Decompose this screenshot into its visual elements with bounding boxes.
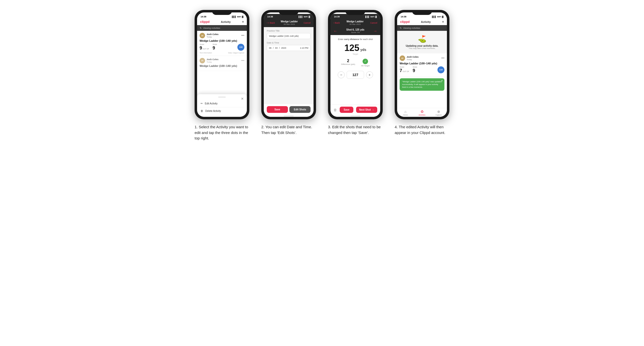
activity-card-4[interactable]: JC Josh Coles Today ••• Wedge Ladder (10…	[397, 53, 447, 77]
capture-nav-label: Capture	[436, 114, 442, 116]
card-user-1: JC Josh Coles Today	[200, 33, 218, 38]
cancel-btn-3[interactable]: Cancel	[370, 22, 377, 24]
time-value: 1:13 PM	[300, 47, 308, 49]
delete-activity-item[interactable]: 🗑 Delete Activity	[200, 107, 244, 114]
hit-target-label: Hit Target	[361, 65, 370, 67]
shot-instruction: Enter carry distance for each shot	[338, 38, 373, 40]
caption-3: 3. Edit the shots that need to be change…	[328, 124, 383, 136]
shot-content: Enter carry distance for each shot 125 y…	[330, 35, 380, 104]
back-btn-2[interactable]: ‹ < Back	[267, 22, 275, 24]
battery-icon-1: ▓	[242, 16, 243, 18]
increment-btn[interactable]: +	[366, 71, 373, 78]
phone-1-screen: 14:38 ▌▌▌ WiFi ▓ clippd Activity ≡ ⇅	[197, 12, 247, 117]
phone-3-screen: 14:39 ▌▌▌ WiFi ▓ ‹ Back Wedge Ladder 06 …	[330, 12, 380, 117]
stats-row-4: Score 7 OUT OF Shots 9 118	[400, 66, 444, 74]
context-drawer: ✕ ✏ Edit Activity 🗑 Delete Activity	[197, 94, 247, 117]
back-btn-3[interactable]: ‹ Back	[334, 22, 340, 24]
phone-notch-1	[212, 10, 232, 15]
shot-target-label: Target	[352, 53, 358, 55]
viewing-label-1: Viewing Activities	[203, 27, 220, 29]
avatar-4: JC	[400, 55, 405, 61]
drawer-close-btn[interactable]: ✕	[241, 97, 244, 101]
three-dots-4[interactable]: •••	[441, 56, 444, 60]
viewing-bar-1: ⇅ Viewing Activities	[197, 25, 247, 31]
toast-close-btn[interactable]: ✕	[441, 79, 443, 82]
three-dots-2[interactable]: •••	[241, 59, 244, 62]
time-2: 14:38	[267, 15, 273, 18]
prev-shot-arrow[interactable]: ←	[334, 29, 338, 33]
next-shot-arrow-nav[interactable]: →	[373, 29, 377, 33]
menu-icon-1[interactable]: ≡	[242, 20, 244, 24]
phone-4: 14:38 ▌▌▌ WiFi ▓ clippd Activity ≡ ⇅ Vie…	[395, 10, 450, 119]
year-value: 2023	[281, 47, 286, 49]
nav-center-sub-3: 06 Mar 2023	[346, 23, 364, 26]
user-date-2: Today	[206, 61, 218, 63]
shot-nav-center: Shot 6, 125 yds Score 7/9	[346, 28, 364, 34]
delete-label: Delete Activity	[205, 110, 221, 112]
user-info-2: Josh Coles Today	[206, 58, 218, 63]
practice-input[interactable]: Wedge Ladder (100–140 yds)	[267, 33, 310, 39]
activity-card-2: JC Josh Coles Today ••• Wedge Ladder (10…	[197, 56, 247, 71]
nav-title-1: Activity	[221, 20, 231, 23]
shots-label-4: Shots	[412, 66, 417, 68]
difference-stat: 2 Difference (yds)	[341, 59, 355, 67]
edit-activity-item[interactable]: ✏ Edit Activity	[200, 100, 244, 107]
card-user-2: JC Josh Coles Today	[200, 58, 218, 63]
bottom-nav-activities[interactable]: ♻ Activities	[414, 110, 430, 116]
phone-4-screen: 14:38 ▌▌▌ WiFi ▓ clippd Activity ≡ ⇅ Vie…	[397, 12, 447, 117]
nav-title-4: Activity	[421, 20, 431, 23]
three-dots-1[interactable]: •••	[241, 34, 244, 37]
next-shot-arrow: →	[372, 108, 374, 111]
activities-nav-icon: ♻	[420, 110, 424, 114]
battery-icon-3: ▓	[375, 16, 377, 18]
cancel-btn-2[interactable]: Cancel	[304, 22, 310, 24]
signal-icon-3: ▌▌▌	[365, 16, 370, 18]
home-nav-icon: ⌂	[404, 110, 406, 114]
diff-value: 2	[341, 59, 355, 63]
user-name-1: Josh Coles	[206, 33, 218, 36]
test-info-1: Test Information	[200, 52, 212, 54]
home-bar-3	[350, 116, 360, 116]
delete-shot-icon[interactable]: 🗑	[334, 108, 337, 112]
activity-card-1[interactable]: JC Josh Coles Today ••• Wedge Ladder (10…	[197, 31, 247, 56]
score-label-1: Score	[200, 43, 209, 45]
score-outof-1: OUT OF	[202, 48, 209, 50]
save-shot-btn[interactable]: Save	[340, 107, 353, 113]
user-info-4: Josh Coles Today	[406, 56, 418, 61]
phone-1: 14:38 ▌▌▌ WiFi ▓ clippd Activity ≡ ⇅	[194, 10, 249, 119]
nav-bar-1: clippd Activity ≡	[197, 18, 247, 25]
shot-nav-bar: ← Shot 6, 125 yds Score 7/9 →	[330, 27, 380, 35]
score-value-4: 7 OUT OF	[400, 68, 409, 74]
score-value-1: 9 OUT OF	[200, 45, 209, 51]
counter-value[interactable]: 127	[347, 71, 364, 79]
decrement-btn[interactable]: −	[338, 71, 345, 78]
next-shot-label: Next Shot	[359, 108, 371, 111]
updating-subtitle: This may take a few moments.	[408, 47, 436, 49]
bottom-nav-4: ⌂ Home ♻ Activities ⊕ Capture	[397, 108, 447, 117]
logo-4: clippd	[400, 20, 410, 24]
menu-icon-4[interactable]: ≡	[442, 20, 444, 24]
nav-center-top-2: Wedge Ladder	[281, 20, 298, 23]
viewing-bar-4: ⇅ Viewing Activities	[397, 25, 447, 31]
wifi-icon-4: WiFi	[437, 16, 441, 18]
toast-text: "Wedge Ladder (100–140 yds)" was updated…	[402, 80, 442, 89]
next-shot-btn[interactable]: Next Shot →	[356, 107, 377, 113]
wifi-icon-1: WiFi	[237, 16, 241, 18]
month-value: 03	[275, 47, 278, 49]
avatar-2: JC	[200, 58, 205, 63]
filter-icon-4: ⇅	[400, 27, 402, 29]
home-nav-label: Home	[403, 114, 408, 116]
filter-icon-1: ⇅	[200, 27, 202, 29]
success-toast: "Wedge Ladder (100–140 yds)" was updated…	[400, 78, 444, 91]
edit-shots-btn[interactable]: Edit Shots	[290, 106, 310, 113]
datetime-input[interactable]: 06 / 03 / 2023 1:13 PM	[267, 45, 310, 51]
shot-nav-score: Score 7/9	[346, 31, 364, 34]
shots-value-4: 9	[412, 68, 417, 74]
card-header-2: JC Josh Coles Today •••	[200, 58, 244, 63]
bottom-nav-capture[interactable]: ⊕ Capture	[430, 110, 447, 116]
shot-counter-row: − 127 +	[334, 71, 376, 79]
bottom-nav-home[interactable]: ⌂ Home	[397, 110, 414, 116]
status-icons-1: ▌▌▌ WiFi ▓	[232, 16, 243, 18]
viewing-label-4: Viewing Activities	[403, 27, 420, 29]
save-btn-2[interactable]: Save	[267, 106, 288, 113]
